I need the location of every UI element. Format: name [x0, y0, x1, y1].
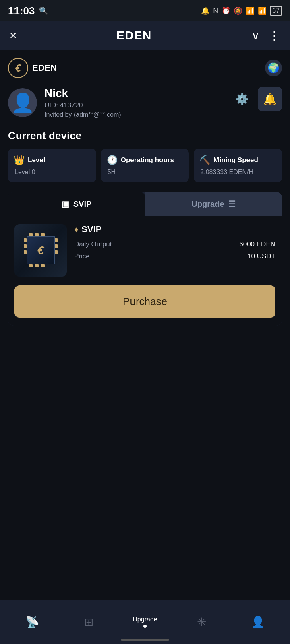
tab-upgrade[interactable]: Upgrade ☰	[145, 192, 282, 216]
notifications-button[interactable]: 🔔	[258, 87, 282, 111]
signal-icon: 📶	[258, 6, 267, 15]
purchase-label: Purchase	[123, 295, 167, 308]
level-icon: 👑	[14, 155, 25, 165]
nfc-icon: N	[213, 7, 218, 15]
svip-details: ♦ SVIP Daily Output 6000 EDEN Price 10 U…	[74, 224, 276, 277]
hours-title: Operating hours	[121, 156, 174, 164]
user-name: Nick	[44, 87, 121, 100]
hours-value: 5H	[107, 169, 184, 176]
avatar-icon: 👤	[11, 92, 34, 114]
mute-icon: 🔕	[234, 6, 242, 15]
tab-svip[interactable]: ▣ SVIP	[8, 192, 145, 216]
svip-tab-icon: ▣	[62, 199, 69, 209]
clock-icon: 🕐	[107, 155, 118, 165]
current-device-title: Current device	[8, 130, 282, 142]
tabs-container: ▣ SVIP Upgrade ☰	[8, 192, 282, 326]
price-value: 10 USDT	[247, 252, 276, 260]
hours-card: 🕐 Operating hours 5H	[101, 149, 189, 182]
level-card: 👑 Level Level 0	[8, 149, 96, 182]
nav-item-profile[interactable]: 👤	[230, 615, 286, 629]
daily-output-row: Daily Output 6000 EDEN	[74, 240, 276, 248]
status-time: 11:03	[8, 5, 35, 17]
purchase-button[interactable]: Purchase	[14, 285, 276, 318]
chip-pins-bottom	[29, 264, 45, 267]
main-content: € EDEN 🌍 👤 Nick UID: 413720 Invited by (…	[0, 50, 290, 378]
tab-upgrade-label: Upgrade	[191, 200, 224, 209]
user-profile: 👤 Nick UID: 413720 Invited by (adm**@**.…	[8, 87, 282, 118]
device-cards: 👑 Level Level 0 🕐 Operating hours 5H ⛏️ …	[8, 149, 282, 182]
nav-item-antenna[interactable]: 📡	[4, 615, 60, 629]
brand-logo-area: € EDEN	[8, 58, 57, 78]
nav-bar: × EDEN ∨ ⋮	[0, 21, 290, 50]
wifi-icon: 📶	[246, 6, 255, 15]
brand-logo-char: €	[15, 62, 21, 74]
nav-item-spin[interactable]: ✳	[173, 615, 230, 629]
mining-icon: ⛏️	[199, 155, 210, 165]
spin-icon: ✳	[197, 615, 206, 629]
profile-icon: 👤	[251, 615, 265, 629]
svip-title: ♦ SVIP	[74, 224, 276, 235]
daily-output-value: 6000 EDEN	[239, 240, 276, 248]
user-actions: ⚙️ 🔔	[232, 87, 282, 111]
chip-pins-left	[24, 238, 27, 254]
user-invited: Invited by (adm**@**.com)	[44, 111, 121, 118]
user-uid: UID: 413720	[44, 101, 121, 109]
nav-item-upgrade[interactable]: Upgrade	[117, 616, 173, 628]
close-button[interactable]: ×	[10, 29, 17, 42]
chip-pins-top	[29, 233, 45, 236]
svip-item: €	[14, 224, 276, 277]
grid-icon: ⊞	[84, 615, 93, 629]
user-left-section: 👤 Nick UID: 413720 Invited by (adm**@**.…	[8, 87, 121, 118]
nav-title: EDEN	[116, 29, 151, 42]
tab-svip-label: SVIP	[73, 200, 92, 209]
svip-title-label: SVIP	[81, 224, 102, 235]
svip-image: €	[14, 224, 67, 277]
chip-symbol: €	[37, 244, 44, 257]
home-indicator	[121, 639, 169, 641]
tabs-header: ▣ SVIP Upgrade ☰	[8, 192, 282, 216]
status-bar: 11:03 🔍 🔔 N ⏰ 🔕 📶 📶 67	[0, 0, 290, 21]
chip-pins-right	[55, 238, 58, 254]
more-options-button[interactable]: ⋮	[269, 29, 280, 42]
diamond-icon: ♦	[74, 225, 78, 234]
globe-button[interactable]: 🌍	[265, 60, 282, 76]
chip-visual: €	[21, 230, 61, 270]
price-label: Price	[74, 252, 90, 260]
status-icons: 🔔 N ⏰ 🔕 📶 📶 67	[201, 6, 282, 16]
speed-card: ⛏️ Mining Speed 2.083333 EDEN/H	[194, 149, 282, 182]
nav-active-dot	[143, 625, 147, 628]
alarm-icon: ⏰	[222, 6, 230, 15]
notification-icon: 🔔	[201, 6, 210, 15]
upgrade-tab-icon: ☰	[228, 199, 236, 209]
nav-item-grid[interactable]: ⊞	[60, 615, 117, 629]
settings-button[interactable]: ⚙️	[232, 89, 252, 109]
dropdown-chevron[interactable]: ∨	[251, 29, 260, 42]
brand-logo: €	[8, 58, 28, 78]
battery-icon: 67	[270, 6, 282, 16]
search-icon: 🔍	[39, 6, 48, 15]
price-row: Price 10 USDT	[74, 252, 276, 260]
bottom-navigation: 📡 ⊞ Upgrade ✳ 👤	[0, 600, 290, 644]
brand-header: € EDEN 🌍	[8, 58, 282, 78]
brand-name: EDEN	[32, 63, 57, 73]
chip-body: €	[27, 236, 55, 264]
speed-value: 2.083333 EDEN/H	[199, 169, 276, 176]
speed-title: Mining Speed	[213, 156, 258, 164]
level-title: Level	[28, 156, 45, 164]
user-info: Nick UID: 413720 Invited by (adm**@**.co…	[44, 87, 121, 118]
level-value: Level 0	[14, 169, 91, 176]
daily-output-label: Daily Output	[74, 240, 112, 248]
svip-content: €	[8, 216, 282, 326]
nav-upgrade-label: Upgrade	[133, 616, 157, 623]
avatar: 👤	[8, 88, 37, 117]
antenna-icon: 📡	[25, 615, 39, 629]
